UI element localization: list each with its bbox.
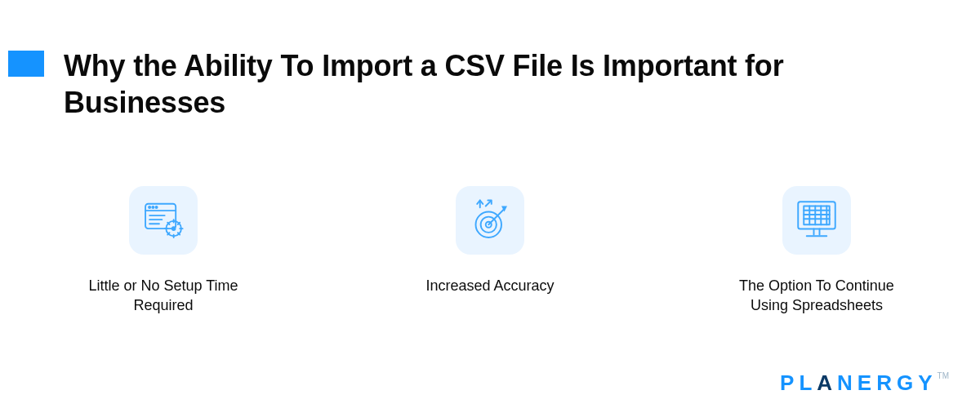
feature-label: The Option To Continue Using Spreadsheet…	[719, 276, 915, 316]
icon-tile	[782, 186, 851, 255]
svg-point-9	[172, 227, 176, 230]
spreadsheet-monitor-icon	[794, 197, 840, 243]
feature-spreadsheets: The Option To Continue Using Spreadsheet…	[719, 186, 915, 316]
target-arrows-icon	[467, 197, 513, 243]
feature-label: Increased Accuracy	[425, 276, 554, 295]
browser-setup-gear-icon	[141, 198, 185, 242]
brand-trademark: TM	[938, 371, 949, 380]
brand-logo: PLANERGY TM	[780, 370, 951, 396]
accent-bar	[8, 51, 44, 77]
svg-point-4	[155, 206, 157, 208]
feature-setup-time: Little or No Setup Time Required	[65, 186, 261, 316]
icon-tile	[129, 186, 198, 255]
page-title: Why the Ability To Import a CSV File Is …	[64, 47, 897, 121]
brand-dark-letter: A	[817, 370, 837, 395]
title-row: Why the Ability To Import a CSV File Is …	[0, 0, 980, 121]
svg-line-23	[486, 201, 491, 206]
features-row: Little or No Setup Time Required Increas…	[0, 186, 980, 316]
svg-point-2	[149, 206, 150, 208]
brand-wordmark: PLANERGY	[780, 370, 937, 396]
feature-accuracy: Increased Accuracy	[392, 186, 588, 316]
svg-point-3	[152, 206, 154, 208]
feature-label: Little or No Setup Time Required	[65, 276, 261, 316]
brand-pre: PL	[780, 370, 817, 395]
icon-tile	[456, 186, 524, 255]
brand-post: NERGY	[837, 370, 937, 395]
